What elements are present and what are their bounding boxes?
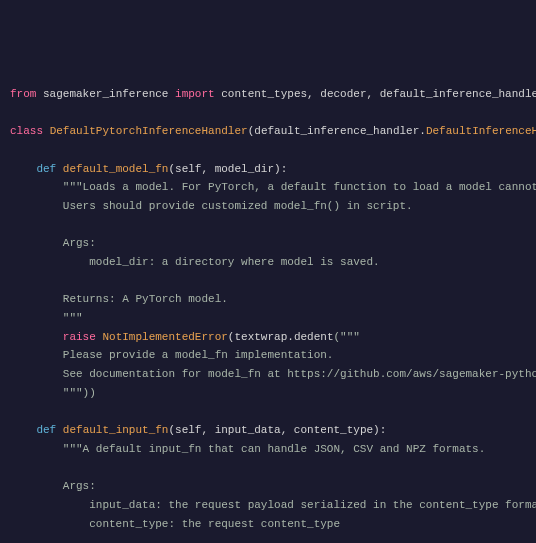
docstring: """Loads a model. For PyTorch, a default… xyxy=(63,181,536,193)
keyword-class: class xyxy=(10,125,43,137)
docstring-end: """ xyxy=(63,312,83,324)
keyword-def: def xyxy=(36,163,56,175)
string-close: """)) xyxy=(63,387,96,399)
docstring: """A default input_fn that can handle JS… xyxy=(63,443,485,455)
docstring-args: Args: xyxy=(63,237,96,249)
params: (self, model_dir): xyxy=(168,163,287,175)
keyword-raise: raise xyxy=(63,331,96,343)
string-open: (""" xyxy=(334,331,360,343)
parent-module: default_inference_handler xyxy=(254,125,419,137)
parent-class: DefaultInferenceHandler xyxy=(426,125,536,137)
module-name: sagemaker_inference xyxy=(43,88,168,100)
docstring-arg: input_data: the request payload serializ… xyxy=(89,499,536,511)
function-name: default_input_fn xyxy=(63,424,169,436)
keyword-import: import xyxy=(175,88,215,100)
error-class: NotImplementedError xyxy=(102,331,227,343)
code-editor[interactable]: from sagemaker_inference import content_… xyxy=(10,85,526,543)
string-line: Please provide a model_fn implementation… xyxy=(63,349,334,361)
docstring-args: Args: xyxy=(63,480,96,492)
dedent: dedent xyxy=(294,331,334,343)
textwrap: textwrap xyxy=(234,331,287,343)
function-name: default_model_fn xyxy=(63,163,169,175)
dot: . xyxy=(287,331,294,343)
docstring-arg: model_dir: a directory where model is sa… xyxy=(89,256,379,268)
dot: . xyxy=(419,125,426,137)
class-name: DefaultPytorchInferenceHandler xyxy=(50,125,248,137)
imports-list: content_types, decoder, default_inferenc… xyxy=(221,88,536,100)
keyword-def: def xyxy=(36,424,56,436)
docstring-arg: content_type: the request content_type xyxy=(89,518,340,530)
keyword-from: from xyxy=(10,88,36,100)
docstring: Users should provide customized model_fn… xyxy=(63,200,413,212)
string-line: See documentation for model_fn at https:… xyxy=(63,368,536,380)
docstring-returns: Returns: A PyTorch model. xyxy=(63,293,228,305)
params: (self, input_data, content_type): xyxy=(168,424,386,436)
